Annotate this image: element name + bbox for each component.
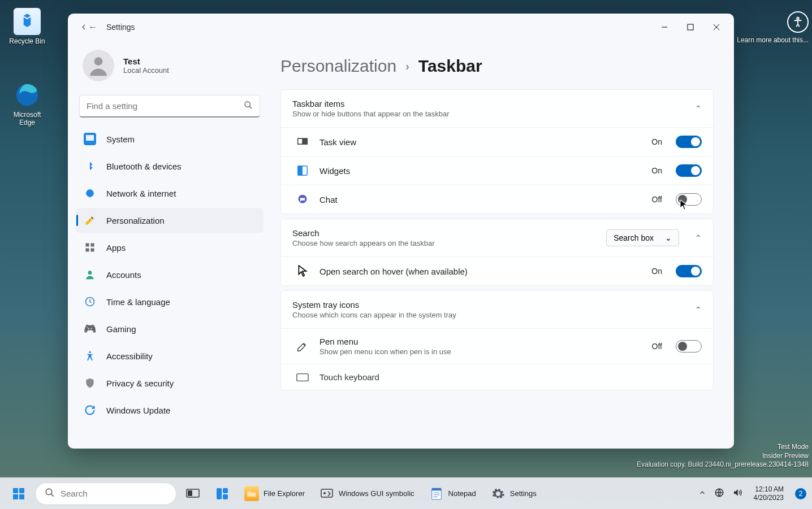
chevron-up-icon: ⌃ xyxy=(695,305,702,314)
taskbar-app-label: Windows GUI symbolic xyxy=(339,489,414,498)
nav-label: Personalization xyxy=(106,216,165,225)
widgets-toggle[interactable] xyxy=(676,164,702,177)
row-sublabel: Show pen menu icon when pen is in use xyxy=(319,347,643,356)
avatar xyxy=(83,50,114,81)
nav-system[interactable]: System xyxy=(76,127,264,151)
privacy-icon xyxy=(84,377,96,389)
search-mode-dropdown[interactable]: Search box ⌄ xyxy=(606,229,679,246)
svg-point-27 xyxy=(46,489,52,495)
gear-icon xyxy=(491,486,506,501)
chat-toggle[interactable] xyxy=(676,193,702,206)
nav-label: Accessibility xyxy=(106,351,153,361)
widgets-button[interactable] xyxy=(209,482,235,506)
nav-accessibility[interactable]: Accessibility xyxy=(76,343,264,368)
taskbar-items-header[interactable]: Taskbar items Show or hide buttons that … xyxy=(281,90,713,127)
toggle-state-label: On xyxy=(651,166,662,175)
taskbar-app-file-explorer[interactable]: File Explorer xyxy=(239,482,310,506)
taskbar-app-settings[interactable]: Settings xyxy=(485,482,542,506)
nav-apps[interactable]: Apps xyxy=(76,235,264,260)
taskbar-search-input[interactable] xyxy=(61,489,168,498)
search-icon xyxy=(45,488,55,500)
task-view-icon xyxy=(291,137,314,146)
svg-rect-18 xyxy=(299,139,303,143)
cursor-arrow-icon xyxy=(291,265,314,277)
desktop-icon-recycle-bin[interactable]: Recycle Bin xyxy=(6,8,49,45)
search-hover-toggle[interactable] xyxy=(676,265,702,277)
task-view-toggle[interactable] xyxy=(676,136,702,148)
volume-tray-icon[interactable] xyxy=(732,488,742,500)
nav-label: Accounts xyxy=(106,270,141,280)
pen-toggle[interactable] xyxy=(676,340,702,353)
search-input[interactable] xyxy=(87,101,244,111)
svg-rect-13 xyxy=(91,249,94,252)
svg-rect-31 xyxy=(217,488,222,499)
card-subtitle: Show or hide buttons that appear on the … xyxy=(292,110,688,118)
taskbar-app-notepad[interactable]: Notepad xyxy=(424,482,482,506)
user-block[interactable]: Test Local Account xyxy=(74,45,266,93)
taskbar-clock[interactable]: 12:10 AM 4/20/2023 xyxy=(754,485,784,502)
settings-search[interactable] xyxy=(79,95,260,118)
accessibility-icon xyxy=(84,350,96,362)
personalization-icon xyxy=(84,214,96,227)
taskbar-search[interactable] xyxy=(35,482,176,505)
svg-rect-20 xyxy=(298,166,303,176)
pen-icon xyxy=(291,340,314,353)
taskbar-app-label: Notepad xyxy=(448,489,476,498)
svg-rect-12 xyxy=(86,249,89,252)
nav-bluetooth[interactable]: Bluetooth & devices xyxy=(76,154,264,179)
time-icon xyxy=(84,295,96,308)
breadcrumb-current: Taskbar xyxy=(418,56,482,76)
back-button[interactable]: ← xyxy=(77,16,100,38)
nav-windows-update[interactable]: Windows Update xyxy=(76,398,264,423)
minimize-button[interactable] xyxy=(651,18,677,36)
card-title: Taskbar items xyxy=(292,99,688,108)
search-card-header[interactable]: Search Choose how search appears on the … xyxy=(281,219,713,256)
nav-privacy[interactable]: Privacy & security xyxy=(76,371,264,395)
overlay-learn-text: Learn more about this... xyxy=(737,36,809,45)
nav-gaming[interactable]: 🎮 Gaming xyxy=(76,316,264,341)
clock-time: 12:10 AM xyxy=(754,485,784,494)
gaming-icon: 🎮 xyxy=(84,323,96,335)
nav-accounts[interactable]: Accounts xyxy=(76,262,264,287)
search-icon xyxy=(244,101,253,112)
nav-time-language[interactable]: Time & language xyxy=(76,289,264,314)
nav-label: Privacy & security xyxy=(106,379,174,388)
svg-rect-9 xyxy=(86,135,94,141)
toggle-state-label: Off xyxy=(652,342,662,351)
breadcrumb-parent[interactable]: Personalization xyxy=(280,56,396,76)
start-button[interactable] xyxy=(6,482,32,506)
nav-label: System xyxy=(106,134,135,144)
content-area: Personalization › Taskbar Taskbar items … xyxy=(271,41,734,449)
desktop-icon-edge[interactable]: Microsoft Edge xyxy=(6,81,49,127)
update-icon xyxy=(84,404,96,416)
maximize-button[interactable] xyxy=(677,18,703,36)
close-button[interactable] xyxy=(703,18,729,36)
nav-network[interactable]: Network & internet xyxy=(76,181,264,206)
svg-rect-32 xyxy=(223,488,228,493)
task-view-button[interactable] xyxy=(180,482,206,506)
systray-header[interactable]: System tray icons Choose which icons can… xyxy=(281,291,713,328)
svg-rect-10 xyxy=(86,243,89,247)
accounts-icon xyxy=(84,268,96,281)
chevron-down-icon: ⌄ xyxy=(665,233,672,242)
row-label: Pen menu xyxy=(319,337,643,346)
settings-window: ← Settings Test Local Account xyxy=(68,14,734,449)
search-card: Search Choose how search appears on the … xyxy=(280,219,714,286)
svg-rect-11 xyxy=(91,243,94,247)
chevron-up-icon: ⌃ xyxy=(695,104,702,113)
network-icon xyxy=(84,187,96,199)
network-tray-icon[interactable] xyxy=(714,488,724,500)
notification-badge[interactable]: 2 xyxy=(795,488,806,499)
taskbar-items-card: Taskbar items Show or hide buttons that … xyxy=(280,89,714,214)
nav-personalization[interactable]: Personalization xyxy=(76,208,264,233)
accessibility-badge-icon[interactable] xyxy=(787,11,809,33)
taskbar-app-gui-symbolic[interactable]: Windows GUI symbolic xyxy=(314,482,420,506)
chat-icon xyxy=(291,194,314,205)
svg-rect-30 xyxy=(188,490,192,496)
svg-point-14 xyxy=(88,271,92,275)
svg-line-8 xyxy=(249,106,252,108)
tray-overflow-button[interactable] xyxy=(698,489,706,499)
overlay-insider: Insider Preview xyxy=(637,452,809,461)
row-label: Chat xyxy=(319,195,643,205)
dropdown-value: Search box xyxy=(614,233,654,242)
